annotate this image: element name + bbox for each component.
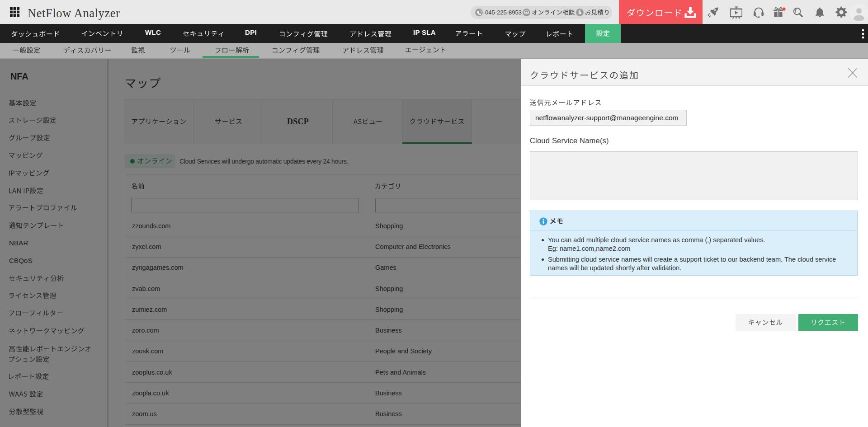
close-icon[interactable] (848, 68, 858, 78)
cancel-label: キャンセル (749, 319, 783, 325)
apps-grid-icon[interactable] (10, 7, 20, 18)
panel-header: クラウドサービスの追加 (521, 59, 868, 86)
nav-item-1[interactable]: インベントリ (82, 31, 122, 36)
main-nav: ダッシュボードインベントリセキュリティコンフィグ管理アドレス管理アラートマップレ… (0, 24, 868, 43)
avatar[interactable] (849, 4, 868, 23)
subnav-item-4[interactable]: フロー解析 (216, 47, 249, 53)
subnav-item-1[interactable]: ディスカバリー (64, 47, 111, 53)
nav-item-8[interactable]: アラート (456, 31, 482, 36)
service-label: Cloud Service Name(s) (530, 136, 609, 145)
nav-item-4[interactable]: DPI (245, 28, 257, 36)
rocket-icon[interactable] (708, 6, 719, 18)
app-title: NetFlow Analyzer (28, 6, 120, 19)
nav-item-0[interactable]: ダッシュボード (11, 31, 59, 37)
subnav-item-6[interactable]: アドレス管理 (343, 47, 383, 53)
quote-label[interactable]: お見積り (585, 9, 609, 15)
email-label: 送信元メールアドレス (530, 99, 601, 106)
download-button[interactable]: ダウンロード (619, 0, 703, 26)
note-body: You can add multiple cloud service names… (530, 231, 857, 275)
nav-item-2[interactable]: WLC (145, 28, 161, 36)
more-menu-icon[interactable] (860, 28, 866, 40)
sub-nav: 一般設定ディスカバリー監視ツールフロー解析コンフィグ管理アドレス管理エージェント (0, 43, 868, 59)
online-consult-label[interactable]: オンライン相談 (532, 9, 575, 15)
note-header: メモ (530, 211, 857, 230)
subnav-item-0[interactable]: 一般設定 (13, 47, 40, 53)
subnav-item-3[interactable]: ツール (170, 47, 190, 53)
request-button[interactable]: リクエスト (798, 314, 858, 331)
headset-icon[interactable] (753, 6, 764, 18)
nav-item-9[interactable]: マップ (505, 31, 525, 37)
active-subnav-underline (203, 56, 259, 58)
top-header: NetFlow Analyzer045-225-8953オンライン相談$お見積り… (0, 0, 868, 24)
panel-divider (530, 297, 858, 297)
nav-item-11-active[interactable]: 設定 (585, 24, 621, 43)
add-cloud-service-panel: クラウドサービスの追加送信元メールアドレスCloud Service Name(… (521, 59, 868, 427)
quote-icon: $ (576, 9, 584, 16)
download-icon (684, 7, 697, 19)
gear-icon[interactable] (835, 6, 847, 18)
info-icon (539, 217, 547, 225)
nav-item-6[interactable]: アドレス管理 (350, 31, 391, 37)
search-icon[interactable] (793, 7, 804, 18)
note-bullet: Submitting cloud service names will crea… (541, 255, 848, 272)
subnav-item-5[interactable]: コンフィグ管理 (273, 47, 320, 53)
nav-item-5[interactable]: コンフィグ管理 (280, 31, 327, 37)
cloud-service-names-textarea[interactable] (530, 151, 858, 200)
svg-text:$: $ (579, 9, 581, 15)
notification-dot (782, 7, 786, 11)
note-title: メモ (550, 218, 563, 224)
subnav-item-2[interactable]: 監視 (132, 47, 145, 53)
presentation-icon[interactable] (730, 6, 742, 19)
panel-title: クラウドサービスの追加 (531, 71, 637, 80)
note-bullet: You can add multiple cloud service names… (541, 236, 848, 253)
subnav-item-7[interactable]: エージェント (406, 47, 445, 52)
note-box: メモYou can add multiple cloud service nam… (530, 211, 858, 276)
email-input[interactable] (530, 110, 687, 126)
nav-item-11: 設定 (596, 30, 609, 37)
phone-icon (475, 9, 483, 16)
request-label: リクエスト (812, 319, 844, 325)
cancel-button[interactable]: キャンセル (736, 314, 796, 331)
download-label: ダウンロード (627, 9, 681, 17)
nav-item-10[interactable]: レポート (547, 31, 572, 37)
online-consult-icon (523, 9, 530, 16)
nav-item-3[interactable]: セキュリティ (183, 31, 223, 37)
bell-icon[interactable] (814, 7, 826, 18)
phone-number[interactable]: 045-225-8953 (485, 9, 522, 16)
modal-overlay[interactable] (0, 59, 521, 427)
nav-item-7[interactable]: IP SLA (413, 28, 436, 36)
